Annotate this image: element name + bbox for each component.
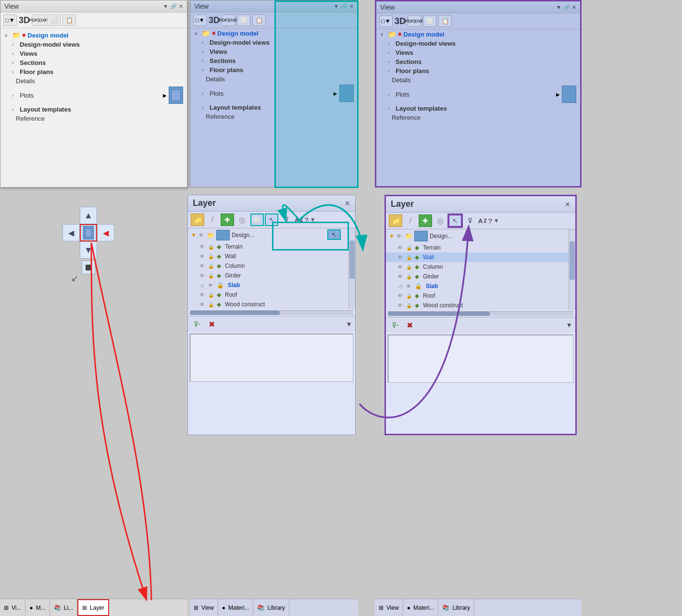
ml-tb-folder-icon[interactable]: 📁 — [191, 214, 204, 226]
rl-layer-slab[interactable]: ◁ 👁 🔒 Slab — [386, 281, 575, 291]
rv-tree-design-model[interactable]: ∨ 📁 ■ Design model — [376, 29, 580, 39]
cross-left-btn[interactable]: ◀ — [62, 224, 80, 241]
ml-layer-design[interactable]: ▼ 👁 📁 Design... ↖ — [188, 228, 355, 242]
rv-pdf-btn[interactable]: PDF|DXF — [408, 15, 421, 27]
rv-plots[interactable]: › Plots ▶ — [376, 85, 580, 104]
rv-toggle-btn[interactable]: ⬜ — [423, 15, 436, 27]
rl-text-area[interactable] — [388, 335, 573, 383]
rv-clip-btn[interactable]: 📋 — [438, 15, 452, 27]
rl-layer-wall[interactable]: 👁 🔒 ◆ Wall — [386, 252, 575, 262]
rl-layer-girder[interactable]: 👁 🔒 ◆ Girder — [386, 272, 575, 281]
taskbar-layer[interactable]: ⊞ Layer — [77, 599, 109, 616]
rl-layer-column[interactable]: 👁 🔒 ◆ Column — [386, 262, 575, 272]
mv-reference[interactable]: Reference — [190, 112, 358, 121]
rl-scrollbar[interactable] — [569, 229, 575, 310]
tree-item-floor-plans[interactable]: › Floor plans — [0, 67, 187, 76]
mv-details[interactable]: Details — [190, 75, 358, 84]
mv-pdf-btn[interactable]: PDF|DXF — [222, 14, 235, 26]
mv-taskbar-view[interactable]: ⊞ View — [190, 599, 218, 616]
ml-layer-roof[interactable]: 👁 🔒 ◆ Roof — [188, 290, 355, 300]
ml-layer-girder[interactable]: 👁 🔒 ◆ Girder — [188, 271, 355, 280]
ml-tb-eye-off-icon[interactable]: ◎ — [236, 214, 249, 226]
rv-view-type-btn[interactable]: □▼ — [379, 15, 393, 27]
rl-bottom-more[interactable]: ▼ — [566, 321, 572, 329]
left-view-menu-icon[interactable]: ▼ — [163, 3, 168, 9]
mv-views[interactable]: › Views — [190, 47, 358, 56]
rv-details[interactable]: Details — [376, 75, 580, 85]
rl-layer-design[interactable]: ▼ 👁 📁 Design... — [386, 229, 575, 243]
rv-floor-plans[interactable]: › Floor plans — [376, 66, 580, 75]
ml-close-icon[interactable]: ✕ — [345, 200, 350, 207]
rl-tb-add-icon[interactable]: ✚ — [419, 214, 432, 227]
rl-delete-btn[interactable]: ✖ — [403, 319, 416, 331]
view-toggle-button[interactable]: ⬜ — [47, 14, 61, 26]
ml-layer-slab[interactable]: ◁ 👁 🔒 Slab — [188, 280, 355, 290]
tree-item-reference[interactable]: Reference — [0, 114, 187, 123]
rl-layer-roof[interactable]: 👁 🔒 ◆ Roof — [386, 291, 575, 301]
mv-close-icon[interactable]: ✕ — [349, 3, 354, 10]
tree-item-details[interactable]: Details — [0, 76, 187, 86]
mv-menu-icon[interactable]: ▼ — [334, 3, 339, 10]
ml-tb-view-btn[interactable]: ⬜ — [250, 214, 264, 226]
pdf-button[interactable]: PDF|DXF — [32, 14, 45, 26]
rl-tb-more[interactable]: ▼ — [494, 217, 499, 224]
mv-plots[interactable]: › Plots ▶ — [190, 84, 358, 103]
mv-dm-views[interactable]: › Design-model views — [190, 38, 358, 47]
taskbar-vi[interactable]: ⊞ Vi... — [0, 599, 25, 616]
tree-item-plots[interactable]: › Plots ▶ — [0, 86, 187, 105]
mv-toggle-btn[interactable]: ⬜ — [237, 14, 250, 26]
rv-layout-templates[interactable]: › Layout templates — [376, 104, 580, 113]
tree-item-views[interactable]: › Views — [0, 49, 187, 58]
rl-close-icon[interactable]: ✕ — [565, 201, 570, 208]
clip-button[interactable]: 📋 — [62, 14, 76, 26]
tree-item-sections[interactable]: › Sections — [0, 58, 187, 67]
rv-taskbar-view[interactable]: ⊞ View — [375, 599, 403, 616]
mv-pin-icon[interactable]: 🔗 — [341, 3, 347, 10]
rl-layer-wood[interactable]: 👁 🔒 ◆ Wood construct — [386, 301, 575, 310]
rl-tb-eye-icon[interactable]: ◎ — [434, 214, 447, 227]
rv-taskbar-materi[interactable]: ● Materi... — [403, 599, 439, 616]
cross-center-btn[interactable] — [80, 224, 97, 241]
rv-sections[interactable]: › Sections — [376, 57, 580, 66]
rl-tb-filter-icon[interactable]: ⊽ — [463, 214, 477, 227]
ml-layer-terrain[interactable]: 👁 🔒 ◆ Terrain — [188, 242, 355, 251]
rl-layer-terrain[interactable]: 👁 🔒 ◆ Terrain — [386, 243, 575, 252]
ml-layer-column[interactable]: 👁 🔒 ◆ Column — [188, 261, 355, 271]
rv-dm-views[interactable]: › Design-model views — [376, 39, 580, 48]
ml-tb-filter-icon[interactable]: ⊽ — [280, 214, 293, 226]
cross-bottom-btn[interactable]: ▼ — [80, 241, 97, 259]
mv-sections[interactable]: › Sections — [190, 56, 358, 65]
rv-views[interactable]: › Views — [376, 48, 580, 57]
taskbar-li[interactable]: 📚 Li... — [50, 599, 77, 616]
rv-close-icon[interactable]: ✕ — [572, 4, 576, 11]
mv-floor-plans[interactable]: › Floor plans — [190, 65, 358, 75]
rv-reference[interactable]: Reference — [376, 113, 580, 122]
taskbar-m[interactable]: ● M... — [25, 599, 50, 616]
ml-tb-cursor-btn[interactable]: ↖ — [265, 214, 278, 226]
ml-text-area[interactable] — [190, 334, 353, 382]
rl-tb-folder-icon[interactable]: 📁 — [389, 214, 402, 227]
mv-view-type-btn[interactable]: □▼ — [193, 14, 207, 26]
ml-layer-wood[interactable]: 👁 🔒 ◆ Wood construct — [188, 300, 355, 309]
left-view-pin-icon[interactable]: 🔗 — [170, 3, 177, 10]
rl-tb-highlighted-btn[interactable]: ↖ — [448, 214, 462, 227]
tree-item-layout-templates[interactable]: › Layout templates — [0, 105, 187, 114]
view-type-button[interactable]: □▼ — [3, 14, 17, 26]
mv-tree-design-model[interactable]: ∨ 📁 ■ Design model — [190, 28, 358, 38]
mv-layout-templates[interactable]: › Layout templates — [190, 103, 358, 112]
rl-filter-add-btn[interactable]: ⊽+ — [389, 319, 401, 331]
ml-tb-more[interactable]: ▼ — [310, 216, 316, 223]
ml-hscrollbar[interactable] — [190, 310, 353, 315]
rl-hscrollbar[interactable] — [388, 311, 573, 316]
mv-clip-btn[interactable]: 📋 — [252, 14, 266, 26]
rv-menu-icon[interactable]: ▼ — [556, 4, 561, 11]
cross-right-btn[interactable]: ◀ — [97, 224, 114, 241]
cross-small-btn[interactable]: ⬛ — [82, 261, 95, 274]
rv-pin-icon[interactable]: 🔗 — [563, 4, 570, 11]
ml-layer-wall[interactable]: 👁 🔒 ◆ Wall — [188, 251, 355, 261]
ml-delete-btn[interactable]: ✖ — [205, 318, 218, 330]
tree-item-design-model-views[interactable]: › Design-model views — [0, 40, 187, 49]
left-view-close-icon[interactable]: ✕ — [179, 3, 183, 10]
cross-top-btn[interactable]: ▲ — [80, 207, 97, 224]
tree-item-design-model[interactable]: ∨ 📁 ■ Design model — [0, 30, 187, 40]
